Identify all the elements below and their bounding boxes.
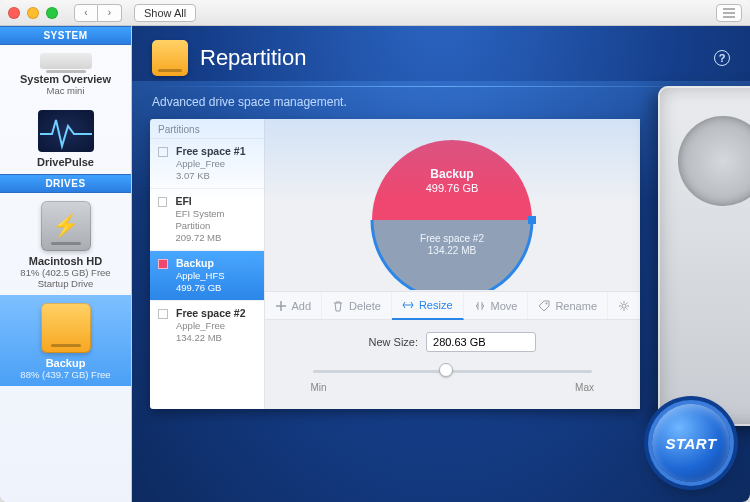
toolbar-label: Delete <box>349 300 381 312</box>
partition-list-header: Partitions <box>150 119 264 138</box>
sidebar-item-sub: Mac mini <box>4 85 127 96</box>
toolbar-label: Add <box>292 300 312 312</box>
sidebar-item-macintosh-hd[interactable]: ⚡ Macintosh HD 81% (402.5 GB) Free Start… <box>0 193 131 295</box>
trash-icon <box>332 300 344 312</box>
sidebar-item-label: Backup <box>4 357 127 369</box>
partition-list: Partitions Free space #1 Apple_Free 3.07… <box>150 119 265 409</box>
resize-button[interactable]: Resize <box>392 292 464 320</box>
titlebar: ‹ › Show All <box>0 0 750 26</box>
partition-name: Free space #1 <box>176 145 245 158</box>
partition-type: Apple_HFS <box>176 270 225 282</box>
sidebar-item-sub: 81% (402.5 GB) Free <box>4 267 127 278</box>
tag-icon <box>538 300 550 312</box>
partition-row[interactable]: Free space #2 Apple_Free 134.22 MB <box>150 300 264 350</box>
partition-pie-chart: Backup 499.76 GB Free space #2 134.22 MB <box>265 119 640 291</box>
external-drive-icon <box>41 303 91 353</box>
resize-icon <box>402 299 414 311</box>
drive-illustration <box>658 86 750 426</box>
partition-size: 134.22 MB <box>176 332 245 344</box>
header: Repartition ? <box>132 26 750 82</box>
size-slider[interactable] <box>283 362 622 380</box>
new-size-label: New Size: <box>368 336 418 348</box>
partition-row[interactable]: EFI EFI System Partition 209.72 MB <box>150 188 264 250</box>
pie-label-backup: Backup <box>431 167 474 181</box>
window-controls <box>8 7 58 19</box>
partition-name: Backup <box>176 257 225 270</box>
history-nav: ‹ › <box>74 4 122 22</box>
sidebar-item-label: System Overview <box>4 73 127 85</box>
minimize-window-button[interactable] <box>27 7 39 19</box>
move-button[interactable]: Move <box>464 292 529 319</box>
partition-size: 3.07 KB <box>176 170 245 182</box>
partition-type: Apple_Free <box>176 158 245 170</box>
chart-column: Backup 499.76 GB Free space #2 134.22 MB… <box>265 119 640 409</box>
repartition-panel: Partitions Free space #1 Apple_Free 3.07… <box>150 119 640 409</box>
mac-mini-icon <box>40 53 92 69</box>
gear-icon <box>618 300 630 312</box>
pie-slice-backup[interactable] <box>372 140 532 220</box>
move-icon <box>474 300 486 312</box>
pulse-icon <box>38 110 94 152</box>
partition-size: 209.72 MB <box>175 232 255 244</box>
pie-size-free: 134.22 MB <box>428 245 477 256</box>
svg-point-3 <box>546 302 548 304</box>
start-button[interactable]: START <box>652 404 730 482</box>
svg-point-4 <box>622 304 626 308</box>
sidebar-section-drives: DRIVES <box>0 174 131 193</box>
partition-swatch <box>158 147 168 157</box>
page-title: Repartition <box>200 45 306 71</box>
resize-controls: New Size: Min Max <box>265 320 640 409</box>
partition-size: 499.76 GB <box>176 282 225 294</box>
partition-swatch <box>158 259 168 269</box>
toolbar-label: Rename <box>555 300 597 312</box>
rename-button[interactable]: Rename <box>528 292 608 319</box>
partition-swatch <box>158 197 167 207</box>
back-button[interactable]: ‹ <box>74 4 98 22</box>
divider <box>150 86 732 87</box>
partition-name: Free space #2 <box>176 307 245 320</box>
sidebar-item-backup[interactable]: Backup 88% (439.7 GB) Free <box>0 295 131 386</box>
new-size-input[interactable] <box>426 332 536 352</box>
sidebar: SYSTEM System Overview Mac mini DrivePul… <box>0 26 132 502</box>
pie-size-backup: 499.76 GB <box>426 182 479 194</box>
zoom-window-button[interactable] <box>46 7 58 19</box>
toolbar-label: Move <box>491 300 518 312</box>
internal-drive-icon: ⚡ <box>41 201 91 251</box>
partition-row[interactable]: Free space #1 Apple_Free 3.07 KB <box>150 138 264 188</box>
help-button[interactable]: ? <box>714 50 730 66</box>
slider-max-label: Max <box>575 382 594 393</box>
toolbar-label: Resize <box>419 299 453 311</box>
sidebar-item-drivepulse[interactable]: DrivePulse <box>0 102 131 174</box>
pie-label-free: Free space #2 <box>420 233 484 244</box>
slider-thumb[interactable] <box>439 363 453 377</box>
show-all-button[interactable]: Show All <box>134 4 196 22</box>
plus-icon <box>275 300 287 312</box>
delete-button[interactable]: Delete <box>322 292 392 319</box>
options-button[interactable] <box>608 292 640 319</box>
main-pane: Repartition ? Advanced drive space manag… <box>132 26 750 502</box>
partition-toolbar: Add Delete Resize <box>265 291 640 320</box>
app-window: ‹ › Show All SYSTEM System Overview Mac … <box>0 0 750 502</box>
resize-handle-icon[interactable] <box>528 216 536 224</box>
sidebar-item-label: Macintosh HD <box>4 255 127 267</box>
forward-button[interactable]: › <box>98 4 122 22</box>
partition-name: EFI <box>175 195 255 208</box>
sidebar-section-system: SYSTEM <box>0 26 131 45</box>
close-window-button[interactable] <box>8 7 20 19</box>
add-button[interactable]: Add <box>265 292 323 319</box>
list-view-button[interactable] <box>716 4 742 22</box>
partition-swatch <box>158 309 168 319</box>
sidebar-item-label: DrivePulse <box>4 156 127 168</box>
partition-type: EFI System Partition <box>175 208 255 232</box>
sidebar-item-sub2: Startup Drive <box>4 278 127 289</box>
partition-row-selected[interactable]: Backup Apple_HFS 499.76 GB <box>150 250 264 300</box>
repartition-icon <box>152 40 188 76</box>
slider-min-label: Min <box>311 382 327 393</box>
sidebar-item-system-overview[interactable]: System Overview Mac mini <box>0 45 131 102</box>
partition-type: Apple_Free <box>176 320 245 332</box>
sidebar-item-sub: 88% (439.7 GB) Free <box>4 369 127 380</box>
